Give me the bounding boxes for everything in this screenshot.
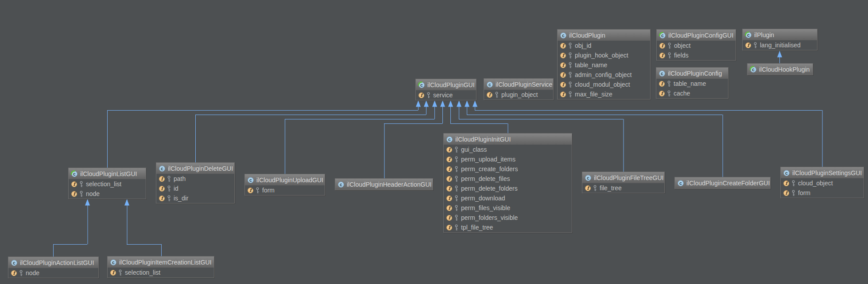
edge-headeractiongui-to-gui[interactable] xyxy=(384,100,445,178)
edge-uploadgui-to-gui[interactable] xyxy=(285,100,437,174)
field-icon: f xyxy=(659,52,666,59)
field-row[interactable]: fperm_upload_items xyxy=(444,154,572,164)
class-with-subclass-icon: c xyxy=(418,81,425,88)
class-node-cloud-plugin-action-list-gui[interactable]: cilCloudPluginActionListGUIfnode xyxy=(8,257,99,278)
field-row[interactable]: fis_dir xyxy=(156,193,234,203)
field-icon: f xyxy=(446,205,453,211)
field-name: admin_config_object xyxy=(575,71,632,78)
field-row[interactable]: ffile_tree xyxy=(582,183,664,193)
class-node-cloud-plugin-item-creation-list-gui[interactable]: cilCloudPluginItemCreationListGUIfselect… xyxy=(107,256,214,278)
field-row[interactable]: fservice xyxy=(416,90,476,100)
field-row[interactable]: ffields xyxy=(657,50,736,60)
field-row[interactable]: fnode xyxy=(69,189,146,199)
field-icon: f xyxy=(585,185,591,192)
class-name: ilCloudPluginInitGUI xyxy=(455,136,511,143)
class-node-cloud-plugin-service[interactable]: cilCloudPluginServicefplugin_object xyxy=(484,78,554,100)
key-icon xyxy=(667,90,671,97)
field-row[interactable]: fperm_delete_files xyxy=(444,174,572,184)
field-row[interactable]: fgui_class xyxy=(444,145,572,154)
edge-deletegui-to-gui[interactable] xyxy=(195,100,429,162)
field-row[interactable]: flang_initialised xyxy=(743,40,817,50)
field-row[interactable]: fcache xyxy=(656,88,728,98)
field-row[interactable]: ftpl_file_tree xyxy=(444,223,572,232)
field-row[interactable]: fid xyxy=(156,184,234,193)
class-node-header: cilCloudPluginHeaderActionGUI xyxy=(335,179,433,190)
class-node-cloud-plugin-init-gui[interactable]: cilCloudPluginInitGUIfgui_classfperm_upl… xyxy=(443,133,572,233)
class-name: ilCloudPluginHeaderActionGUI xyxy=(347,181,431,188)
field-row[interactable]: fform xyxy=(781,188,864,198)
field-row[interactable]: fmax_file_size xyxy=(558,89,650,99)
field-row[interactable]: fperm_delete_folders xyxy=(444,184,572,193)
class-name: ilCloudPluginUploadGUI xyxy=(256,177,323,184)
class-with-subclass-icon: c xyxy=(659,32,666,39)
field-name: lang_initialised xyxy=(760,42,801,49)
key-icon xyxy=(454,166,458,173)
edge-listgui-to-gui[interactable] xyxy=(107,100,421,168)
class-node-cloud-plugin-gui[interactable]: cilCloudPluginGUIfservice xyxy=(415,79,477,100)
edge-actionlistgui-to-listgui[interactable] xyxy=(53,199,90,257)
key-icon xyxy=(454,146,458,153)
class-node-header: cilCloudPluginUploadGUI xyxy=(245,174,325,185)
class-node-cloud-plugin-create-folder-gui[interactable]: cilCloudPluginCreateFolderGUI xyxy=(674,177,771,189)
key-icon xyxy=(118,269,122,276)
field-row[interactable]: fperm_download xyxy=(444,193,572,203)
field-name: max_file_size xyxy=(575,91,612,98)
field-row[interactable]: fnode xyxy=(8,268,98,278)
svg-text:c: c xyxy=(249,177,252,183)
edge-itemcreationlistgui-to-listgui[interactable] xyxy=(124,199,162,256)
key-icon xyxy=(495,92,499,98)
class-node-cloud-hook-plugin[interactable]: cilCloudHookPlugin xyxy=(747,63,813,75)
svg-text:c: c xyxy=(785,170,788,176)
class-node-cloud-plugin-delete-gui[interactable]: cilCloudPluginDeleteGUIfpathfidfis_dir xyxy=(156,162,235,203)
inheritance-arrowhead xyxy=(465,100,469,107)
field-icon: f xyxy=(418,92,425,99)
field-name: cloud_modul_object xyxy=(575,81,630,88)
field-row[interactable]: fpath xyxy=(156,174,234,184)
class-node-cloud-plugin-file-tree-gui[interactable]: cilCloudPluginFileTreeGUIffile_tree xyxy=(582,172,665,193)
class-node-cloud-plugin-list-gui[interactable]: cilCloudPluginListGUIfselection_listfnod… xyxy=(68,168,146,199)
field-row[interactable]: ftable_name xyxy=(656,79,728,88)
class-icon: c xyxy=(677,180,684,187)
field-row[interactable]: fselection_list xyxy=(69,179,146,189)
field-row[interactable]: fobject xyxy=(657,41,736,50)
field-row[interactable]: ftable_name xyxy=(558,60,650,70)
field-row[interactable]: fcloud_modul_object xyxy=(558,80,650,89)
edge-initgui-to-gui[interactable] xyxy=(448,100,508,133)
class-with-subclass-icon: c xyxy=(745,31,752,38)
class-node-cloud-plugin[interactable]: cilCloudPluginfobj_idfplugin_hook_object… xyxy=(557,29,651,100)
field-row[interactable]: fform xyxy=(245,185,325,195)
class-node-cloud-plugin-config-gui[interactable]: cilCloudPluginConfigGUIfobjectffields xyxy=(656,29,736,61)
class-name: ilCloudPluginCreateFolderGUI xyxy=(686,180,770,187)
field-row[interactable]: fplugin_object xyxy=(484,90,553,100)
field-name: perm_create_folders xyxy=(461,165,518,173)
field-row[interactable]: fobj_id xyxy=(558,41,650,50)
key-icon xyxy=(426,92,430,99)
field-icon: f xyxy=(659,42,666,49)
field-icon: f xyxy=(446,146,453,153)
class-icon: c xyxy=(560,32,567,39)
class-node-cloud-plugin-header-action-gui[interactable]: cilCloudPluginHeaderActionGUI xyxy=(335,178,433,190)
class-node-header: cilCloudPluginListGUI xyxy=(69,168,146,179)
field-row[interactable]: fperm_files_visible xyxy=(444,203,572,213)
class-node-header: cilCloudPluginGUI xyxy=(416,79,476,90)
edge-hookplugin-to-ilplugin[interactable] xyxy=(777,51,782,63)
field-row[interactable]: fperm_folders_visible xyxy=(444,213,572,223)
svg-text:c: c xyxy=(679,180,682,186)
key-icon xyxy=(19,270,23,276)
field-row[interactable]: fcloud_object xyxy=(781,178,864,188)
class-node-cloud-plugin-settings-gui[interactable]: cilCloudPluginSettingsGUIfcloud_objectff… xyxy=(780,167,864,198)
field-icon: f xyxy=(11,270,17,276)
svg-text:c: c xyxy=(73,171,76,177)
field-name: perm_delete_folders xyxy=(461,185,518,192)
class-node-il-plugin[interactable]: cilPluginflang_initialised xyxy=(742,29,818,50)
field-row[interactable]: fplugin_hook_object xyxy=(558,50,650,60)
field-icon: f xyxy=(560,91,566,98)
field-row[interactable]: fperm_create_folders xyxy=(444,164,572,174)
field-row[interactable]: fadmin_config_object xyxy=(558,70,650,80)
field-row[interactable]: fselection_list xyxy=(108,268,214,277)
svg-text:c: c xyxy=(448,137,451,142)
class-node-cloud-plugin-config[interactable]: cilCloudPluginConfigftable_namefcache xyxy=(656,67,728,99)
class-node-cloud-plugin-upload-gui[interactable]: cilCloudPluginUploadGUIfform xyxy=(244,174,325,196)
svg-text:c: c xyxy=(112,260,115,265)
inheritance-arrowhead xyxy=(85,199,90,206)
